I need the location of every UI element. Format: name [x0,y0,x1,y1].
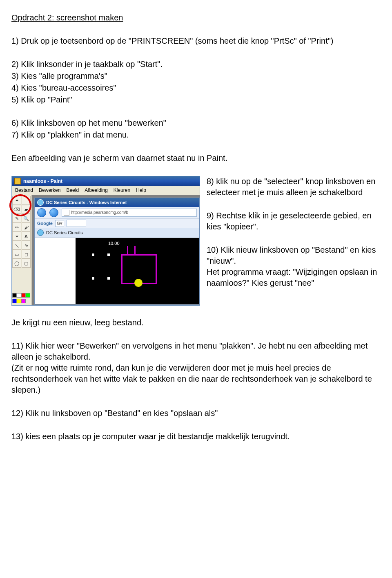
ie-title-text: DC Series Circuits - Windows Internet [46,200,127,206]
line-tool[interactable]: ＼ [12,241,21,250]
step-3: 3) Kies "alle programma's" [11,71,381,82]
document-page: Opdracht 2: screenshot maken 1) Druk op … [0,0,392,578]
step-5: 5) Klik op "Paint" [11,94,381,105]
paint-canvas[interactable]: DC Series Circuits - Windows Internet ht… [32,195,200,305]
brush-tool[interactable]: 🖌 [22,223,31,232]
node-1 [92,253,94,256]
wire-right [156,254,157,284]
fill-tool[interactable]: ▰ [22,205,31,214]
color-black[interactable] [12,293,17,298]
roundrect-tool[interactable]: ▢ [22,259,31,268]
page-icon [64,210,69,216]
step-group-6-7: 6) Klik linksboven op het menu "bewerken… [11,118,381,140]
ie-titlebar: DC Series Circuits - Windows Internet [35,198,199,207]
ie-window: DC Series Circuits - Windows Internet ht… [34,198,200,305]
ie-google-bar: Google G▾ [35,219,199,228]
paint-titlebar: naamloos - Paint [12,176,200,186]
color-red[interactable] [21,293,26,298]
spray-tool[interactable]: ✶ [12,232,21,241]
rect-tool[interactable]: ▭ [12,250,21,259]
color-blue[interactable] [12,299,17,303]
after-paste-text: Een afbeelding van je scherm van daarnet… [11,153,381,164]
assignment-title: Opdracht 2: screenshot maken [11,12,381,23]
ie-url-text: http://media.pearsoncmg.com/b [71,210,128,216]
free-select-tool[interactable]: ✦ [12,196,21,205]
ie-back-button[interactable] [37,208,46,217]
step-9: 9) Rechtse klik in je geselecteerde gebi… [207,210,381,232]
step-13: 13) kies een plaats op je computer waar … [11,431,381,442]
color-yellow[interactable] [17,299,21,303]
tab-favicon [37,229,44,236]
wire-left [121,254,122,284]
paint-screenshot: naamloos - Paint Bestand Bewerken Beeld … [11,176,200,306]
color-white[interactable] [17,293,21,298]
side-steps: 8) klik nu op de "selecteer" knop linksb… [207,176,381,289]
step-10: 10) Klik nieuw linksboven op "Bestand" e… [207,245,381,289]
ie-nav-toolbar: http://media.pearsoncmg.com/b [35,207,199,219]
resistor-lead-2 [134,246,136,255]
step-8: 8) klik nu op de "selecteer" knop linksb… [207,176,381,198]
menu-bestand[interactable]: Bestand [15,187,33,193]
ie-address-bar[interactable]: http://media.pearsoncmg.com/b [62,209,197,217]
poly-tool[interactable]: ◻ [22,250,31,259]
menu-kleuren[interactable]: Kleuren [114,187,130,193]
google-g-box[interactable]: G▾ [55,220,65,227]
paint-title-text: naamloos - Paint [23,178,62,185]
ie-tab[interactable]: DC Series Circuits [35,228,199,238]
circuit-canvas: 10.00 [76,238,199,304]
zoom-tool[interactable]: 🔍 [22,214,31,223]
new-file-text: Je krijgt nu een nieuw, leeg bestand. [11,317,381,328]
step-2: 2) Klik linksonder in je taakbalk op "St… [11,59,381,70]
toolbox-colors [12,293,31,305]
node-4 [92,277,94,280]
ellipse-tool[interactable]: ◯ [12,259,21,268]
paint-body: ✦ ⌫ ▰ ✎ 🔍 ✏ 🖌 ✶ A ＼ ∿ ▭ ◻ ◯ [12,195,200,305]
paint-app-icon [14,178,21,185]
rect-select-tool[interactable] [22,196,31,205]
circuit-value-label: 10.00 [108,240,120,247]
step-1: 1) Druk op je toetsenbord op de "PRINTSC… [11,36,381,47]
step-6: 6) Klik linksboven op het menu "bewerken… [11,118,381,129]
curve-tool[interactable]: ∿ [22,241,31,250]
ie-icon [37,199,44,206]
ie-tab-text: DC Series Circuits [46,230,83,236]
paint-menubar: Bestand Bewerken Beeld Afbeelding Kleure… [12,186,200,195]
color-magenta[interactable] [21,299,26,303]
image-and-steps-row: naamloos - Paint Bestand Bewerken Beeld … [11,176,381,306]
menu-help[interactable]: Help [136,187,146,193]
paint-toolbox: ✦ ⌫ ▰ ✎ 🔍 ✏ 🖌 ✶ A ＼ ∿ ▭ ◻ ◯ [12,195,32,305]
wire-top [121,254,156,256]
eraser-tool[interactable]: ⌫ [12,205,21,214]
ie-forward-button[interactable] [49,208,58,217]
node-2 [107,253,110,256]
google-logo: Google [37,220,53,227]
pencil-tool[interactable]: ✏ [12,223,21,232]
menu-bewerken[interactable]: Bewerken [39,187,60,193]
google-search-input[interactable] [67,220,86,227]
step-7: 7) Klik op "plakken" in dat menu. [11,129,381,140]
node-5 [107,277,110,280]
paint-window: naamloos - Paint Bestand Bewerken Beeld … [11,176,200,306]
source-node [134,279,143,287]
step-12: 12) Klik nu linksboven op "Bestand" en k… [11,408,381,419]
color-green[interactable] [26,293,30,298]
resistor-lead-1 [127,246,128,255]
text-tool[interactable]: A [22,232,31,241]
step-group-2-5: 2) Klik linksonder in je taakbalk op "St… [11,59,381,105]
step-11: 11) Klik hier weer "Bewerken" en vervolg… [11,340,381,396]
menu-afbeelding[interactable]: Afbeelding [85,187,108,193]
picker-tool[interactable]: ✎ [12,214,21,223]
menu-beeld[interactable]: Beeld [66,187,79,193]
step-4: 4) Kies "bureau-accessoires" [11,82,381,93]
